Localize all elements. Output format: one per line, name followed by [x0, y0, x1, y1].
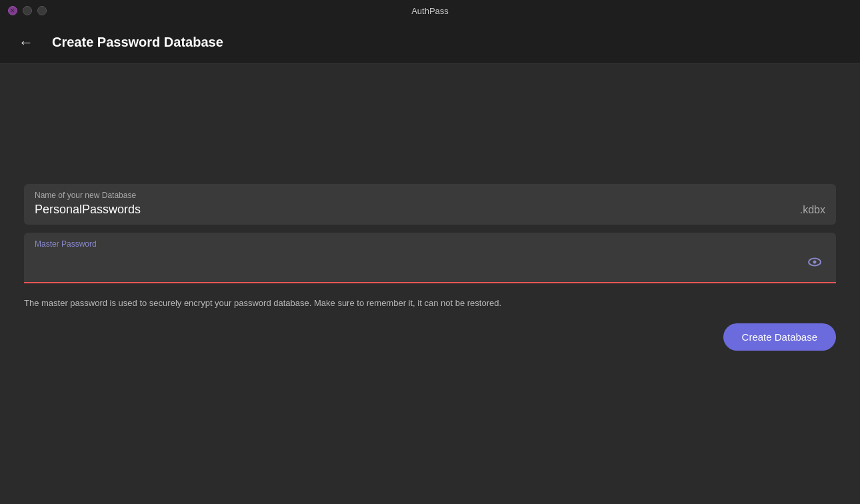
action-area: Create Database [24, 323, 836, 351]
database-name-field: Name of your new Database .kdbx [24, 184, 836, 225]
main-content: Name of your new Database .kdbx Master P… [0, 64, 860, 351]
titlebar: ✕ AuthPass [0, 0, 860, 21]
toggle-password-visibility-button[interactable] [804, 251, 825, 273]
master-password-field: Master Password [24, 233, 836, 283]
minimize-button[interactable] [23, 6, 32, 15]
helper-text: The master password is used to securely … [24, 297, 836, 310]
database-name-row: .kdbx [35, 203, 825, 217]
close-button[interactable]: ✕ [8, 6, 17, 15]
eye-icon [807, 254, 823, 270]
app-title: AuthPass [411, 6, 449, 16]
page-title: Create Password Database [52, 35, 223, 50]
database-extension: .kdbx [800, 204, 825, 216]
master-password-label: Master Password [35, 239, 825, 249]
password-row [35, 251, 825, 273]
database-name-input[interactable] [35, 203, 795, 217]
back-button[interactable]: ← [13, 31, 39, 54]
window-controls: ✕ [8, 6, 47, 15]
create-database-button[interactable]: Create Database [723, 323, 836, 351]
svg-point-1 [813, 261, 817, 264]
maximize-button[interactable] [37, 6, 47, 15]
master-password-input[interactable] [35, 253, 804, 271]
database-name-label: Name of your new Database [35, 191, 825, 200]
page-header: ← Create Password Database [0, 21, 860, 64]
